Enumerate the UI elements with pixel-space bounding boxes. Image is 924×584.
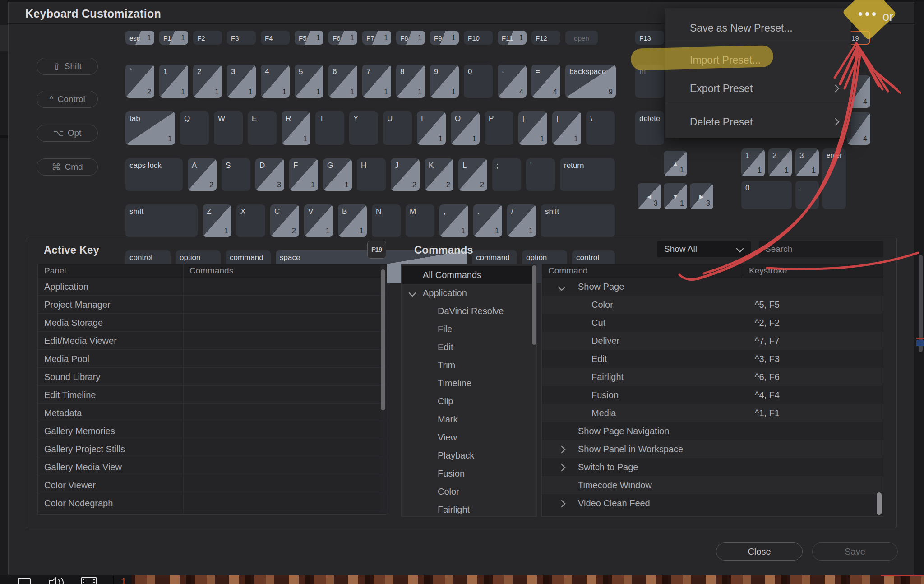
command-row-fusion[interactable]: Fusion^4, F4 (542, 386, 883, 404)
key-f7[interactable]: F71 (362, 31, 391, 45)
key-e[interactable]: E (248, 111, 277, 145)
key-f[interactable]: F1 (289, 158, 318, 191)
key-d[interactable]: D3 (255, 158, 284, 191)
key-f4[interactable]: F4 (261, 31, 290, 45)
key-2[interactable]: 21 (193, 65, 222, 98)
key-0[interactable]: 0 (741, 181, 792, 209)
key-3[interactable]: 31 (795, 148, 819, 176)
right-chevron-icon[interactable] (558, 446, 566, 454)
key-9[interactable]: 91 (430, 65, 459, 98)
key-7[interactable]: 71 (362, 65, 391, 98)
key-h[interactable]: H (357, 158, 386, 191)
right-chevron-icon[interactable] (558, 500, 566, 508)
key-blank[interactable]: ◀3 (638, 183, 661, 209)
key-blank[interactable]: . (795, 181, 819, 209)
key-blank[interactable]: /1 (507, 204, 536, 237)
category-timeline[interactable]: Timeline (402, 374, 536, 392)
key-shift[interactable]: shift (541, 204, 615, 237)
preset-options-button[interactable] (859, 12, 876, 16)
table-row[interactable]: Project Manager (38, 296, 387, 314)
key-blank[interactable]: ]1 (552, 111, 581, 145)
command-row-cut[interactable]: Cut^2, F2 (542, 314, 883, 332)
command-row-video-clean-feed[interactable]: Video Clean Feed (542, 494, 883, 512)
key-blank[interactable]: ▶3 (690, 183, 713, 209)
key-backspace[interactable]: backspace9 (565, 65, 616, 98)
command-row-switch-to-page[interactable]: Switch to Page (542, 458, 883, 476)
search-input[interactable] (759, 241, 883, 257)
key-n[interactable]: N (372, 204, 401, 237)
key-i[interactable]: I1 (417, 111, 446, 145)
key-blank[interactable]: \ (586, 111, 615, 145)
key-w[interactable]: W (214, 111, 243, 145)
category-edit[interactable]: Edit (402, 338, 536, 356)
key-f12[interactable]: F12 (531, 31, 560, 45)
key-x[interactable]: X (236, 204, 265, 237)
key-esc[interactable]: esc1 (125, 31, 154, 45)
menu-item-export-preset[interactable]: Export Preset (665, 79, 851, 98)
key-m[interactable]: M (406, 204, 434, 237)
key-f1[interactable]: F11 (159, 31, 188, 45)
key-g[interactable]: G1 (323, 158, 352, 191)
category-fairlight[interactable]: Fairlight (402, 501, 536, 517)
video-thumbnail-strip[interactable] (132, 575, 924, 584)
command-row-color[interactable]: Color^5, F5 (542, 296, 883, 314)
key-t[interactable]: T (315, 111, 344, 145)
key-blank[interactable]: ,1 (439, 204, 468, 237)
key-f2[interactable]: F2 (193, 31, 222, 45)
key-l[interactable]: L2 (458, 158, 487, 191)
key-2[interactable]: 21 (768, 148, 792, 176)
command-row-media[interactable]: Media^1, F1 (542, 404, 883, 422)
key-f6[interactable]: F61 (328, 31, 357, 45)
key-blank[interactable]: `2 (125, 65, 154, 98)
key-f10[interactable]: F10 (464, 31, 493, 45)
key-blank[interactable]: ▼1 (664, 183, 687, 209)
table-row[interactable]: Application (38, 278, 387, 296)
key-5[interactable]: 51 (295, 65, 323, 98)
table-row[interactable]: Media Pool (38, 350, 387, 368)
command-row-edit[interactable]: Edit^3, F3 (542, 350, 883, 368)
menu-item-delete-preset[interactable]: Delete Preset (665, 112, 851, 132)
key-j[interactable]: J2 (391, 158, 420, 191)
key-6[interactable]: 61 (328, 65, 357, 98)
key-enter[interactable]: enter (822, 148, 846, 209)
key-shift[interactable]: shift (125, 204, 198, 237)
key-blank[interactable]: ; (492, 158, 521, 191)
table-row[interactable]: Sound Library (38, 368, 387, 386)
save-button[interactable]: Save (812, 542, 898, 561)
command-row-show-page[interactable]: Show Page (542, 278, 883, 296)
key-delete[interactable]: delete (635, 111, 664, 145)
command-row-timecode-window[interactable]: Timecode Window (542, 476, 883, 494)
key-s[interactable]: S (222, 158, 250, 191)
table-row[interactable]: Color Nodegraph (38, 494, 387, 512)
category-all-commands[interactable]: All Commands (402, 266, 536, 284)
key-a[interactable]: A2 (188, 158, 217, 191)
table-row[interactable]: Gallery Project Stills (38, 440, 387, 458)
key-f5[interactable]: F51 (295, 31, 323, 45)
category-file[interactable]: File (402, 320, 536, 338)
category-davinci-resolve[interactable]: DaVinci Resolve (402, 302, 536, 320)
command-filter-dropdown[interactable]: Show All (657, 241, 751, 257)
key-u[interactable]: U (383, 111, 412, 145)
key-p[interactable]: P (485, 111, 513, 145)
down-chevron-icon[interactable] (558, 283, 566, 291)
key-q[interactable]: Q (180, 111, 209, 145)
key-8[interactable]: 81 (396, 65, 425, 98)
key-f8[interactable]: F81 (396, 31, 425, 45)
key-caps-lock[interactable]: caps lock (125, 158, 183, 191)
filmstrip-icon[interactable] (80, 577, 98, 584)
key-y[interactable]: Y (349, 111, 378, 145)
category-clip[interactable]: Clip (402, 392, 536, 410)
close-button[interactable]: Close (716, 542, 803, 561)
key-f3[interactable]: F3 (227, 31, 256, 45)
key-0[interactable]: 0 (464, 65, 493, 98)
key-k[interactable]: K2 (425, 158, 453, 191)
command-row-show-page-navigation[interactable]: Show Page Navigation (542, 422, 883, 440)
key-open[interactable]: open (565, 31, 598, 45)
command-row-deliver[interactable]: Deliver^7, F7 (542, 332, 883, 350)
monitor-icon[interactable] (17, 577, 32, 584)
key-1[interactable]: 11 (741, 148, 765, 176)
key-blank[interactable]: .1 (473, 204, 502, 237)
scrollbar-thumb[interactable] (532, 265, 536, 345)
right-chevron-icon[interactable] (558, 464, 566, 472)
key-f13[interactable]: F13 (635, 31, 664, 45)
